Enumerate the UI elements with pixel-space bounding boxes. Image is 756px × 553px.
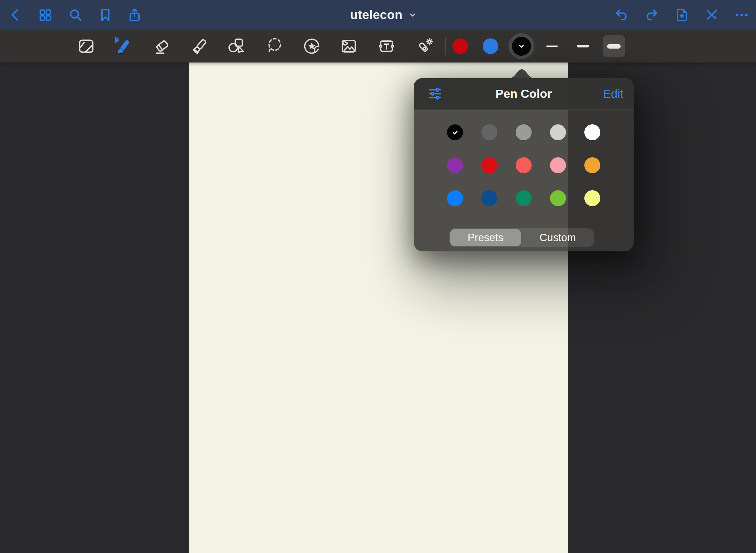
shapes-icon <box>227 37 246 56</box>
back-icon <box>8 7 23 22</box>
undo-button[interactable] <box>613 6 631 24</box>
more-button[interactable] <box>733 6 751 24</box>
back-button[interactable] <box>6 6 24 24</box>
image-tool-button[interactable] <box>338 35 360 57</box>
swatch-red[interactable] <box>481 157 497 173</box>
elements-tool-button[interactable] <box>301 35 323 57</box>
swatch-purple[interactable] <box>447 157 463 173</box>
pen-tool-icon <box>113 37 132 56</box>
swatch-green[interactable] <box>550 190 566 206</box>
share-icon <box>127 7 142 22</box>
stroke-width-thin-button[interactable] <box>546 46 558 47</box>
text-tool-button[interactable] <box>376 35 397 57</box>
eraser-icon <box>152 37 171 56</box>
zoom-window-icon <box>76 37 96 56</box>
swatch-yellow[interactable] <box>584 190 600 206</box>
search-icon <box>68 7 83 22</box>
image-icon <box>339 37 358 56</box>
more-icon <box>734 7 749 22</box>
toolbar-color-blue[interactable] <box>483 38 498 54</box>
lasso-tool-button[interactable] <box>263 35 285 57</box>
swatch-white[interactable] <box>584 124 600 140</box>
search-button[interactable] <box>67 6 84 24</box>
canvas-area <box>0 63 756 553</box>
swatch-gray[interactable] <box>516 124 532 140</box>
page-thumbnails-icon <box>38 7 53 22</box>
popup-title: Pen Color <box>496 87 552 101</box>
stylus-toggle-button[interactable] <box>703 6 721 24</box>
page-thumbnails-button[interactable] <box>36 6 54 24</box>
swatch-navy[interactable] <box>481 190 497 206</box>
toolbar-color-black <box>512 37 531 56</box>
stylus-cross-icon <box>704 7 719 22</box>
stroke-medium-line <box>577 45 589 48</box>
tab-custom[interactable]: Custom <box>522 229 594 246</box>
stroke-thick-line <box>607 44 621 49</box>
document-title-menu[interactable]: utelecon <box>350 8 417 22</box>
swatch-coral[interactable] <box>516 157 532 173</box>
pen-settings-button[interactable] <box>427 86 443 102</box>
chevron-down-icon <box>408 11 417 19</box>
stroke-thick-selected-box <box>603 35 625 57</box>
bookmark-icon <box>98 7 113 22</box>
popup-arrow <box>508 68 535 78</box>
chevron-down-icon <box>517 42 526 50</box>
stroke-width-medium-button[interactable] <box>577 45 589 48</box>
toolbar-divider <box>445 37 446 56</box>
highlighter-tool-button[interactable] <box>189 35 211 57</box>
stroke-thin-line <box>546 46 558 47</box>
redo-button[interactable] <box>643 6 660 24</box>
undo-icon <box>614 7 629 22</box>
laser-pointer-icon <box>415 37 434 56</box>
color-swatch-grid <box>414 110 634 206</box>
highlighter-icon <box>190 37 209 56</box>
swatch-orange[interactable] <box>584 157 600 173</box>
top-nav-bar: utelecon <box>0 0 756 30</box>
tab-presets[interactable]: Presets <box>450 229 521 246</box>
shapes-tool-button[interactable] <box>225 35 247 57</box>
sticker-star-icon <box>302 37 321 56</box>
presets-custom-segmented-control: Presets Custom <box>449 228 594 247</box>
swatch-pink[interactable] <box>550 157 566 173</box>
pen-tool-button[interactable] <box>111 35 133 57</box>
lasso-icon <box>265 37 284 56</box>
swatch-black-selected[interactable] <box>447 124 463 140</box>
edit-colors-button[interactable]: Edit <box>603 87 623 101</box>
popup-header: Pen Color Edit <box>414 78 634 110</box>
add-page-button[interactable] <box>673 6 691 24</box>
swatch-light-gray[interactable] <box>550 124 566 140</box>
swatch-blue[interactable] <box>447 190 463 206</box>
pen-color-popup: Pen Color Edit Presets Custom <box>414 78 634 251</box>
stroke-width-thick-button[interactable] <box>603 35 625 57</box>
tool-bar <box>0 30 756 63</box>
zoom-window-tool-button[interactable] <box>75 35 97 57</box>
document-title: utelecon <box>350 8 403 22</box>
bookmark-button[interactable] <box>97 6 114 24</box>
add-page-icon <box>674 7 689 22</box>
swatch-dark-gray[interactable] <box>481 124 497 140</box>
toolbar-color-red[interactable] <box>452 38 468 54</box>
eraser-tool-button[interactable] <box>151 35 173 57</box>
toolbar-color-black-selected[interactable] <box>509 33 534 59</box>
share-button[interactable] <box>126 6 143 24</box>
toolbar-divider <box>102 37 102 56</box>
laser-pointer-tool-button[interactable] <box>413 35 435 57</box>
swatch-teal[interactable] <box>516 190 532 206</box>
checkmark-icon <box>451 128 460 137</box>
sliders-icon <box>427 86 443 102</box>
text-icon <box>377 37 396 56</box>
redo-icon <box>644 7 659 22</box>
